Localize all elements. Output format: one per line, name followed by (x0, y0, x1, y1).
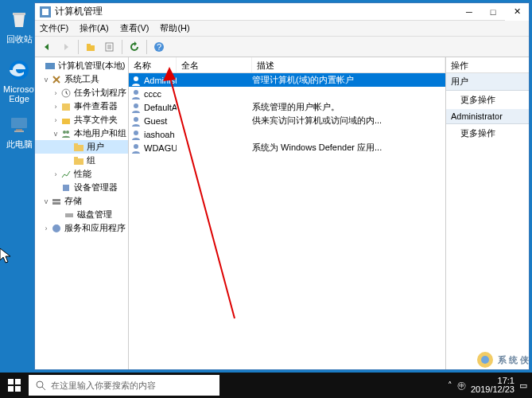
list-row[interactable]: DefaultAcc...系统管理的用户帐户。 (129, 100, 445, 114)
tree-perf[interactable]: 性能 (74, 168, 91, 180)
tree-storage[interactable]: 存储 (64, 195, 82, 207)
expand-icon[interactable]: › (51, 103, 60, 111)
menu-action[interactable]: 操作(A) (80, 22, 109, 34)
list-header[interactable]: 名称 全名 描述 (129, 57, 445, 73)
tree-services[interactable]: 服务和应用程序 (64, 222, 126, 234)
tree-localusers[interactable]: 本地用户和组 (74, 127, 126, 139)
tree-devmgr[interactable]: 设备管理器 (74, 181, 118, 193)
svg-rect-18 (74, 143, 78, 146)
list-row[interactable]: Guest供来宾访问计算机或访问域的内... (129, 114, 445, 127)
services-icon (51, 223, 62, 234)
list-body[interactable]: Administrat...管理计算机(域)的内置帐户ccccDefaultAc… (129, 73, 445, 369)
ctx-button[interactable] (101, 38, 118, 56)
computer-icon (45, 60, 56, 72)
taskbar-search[interactable]: 在这里输入你要搜索的内容 (29, 375, 219, 396)
tree-tasksched[interactable]: 任务计划程序 (74, 87, 126, 99)
svg-rect-1 (11, 118, 27, 128)
user-icon (130, 129, 142, 140)
back-button[interactable] (38, 38, 56, 56)
user-icon (130, 102, 142, 113)
expand-icon[interactable]: › (51, 89, 60, 97)
svg-rect-23 (52, 202, 60, 205)
tree-systools[interactable]: 系统工具 (64, 73, 99, 85)
event-icon (60, 101, 72, 112)
tree-root[interactable]: 计算机管理(本地) (58, 60, 125, 72)
help-button[interactable]: ? (150, 38, 168, 56)
search-icon (35, 380, 46, 391)
list-row[interactable]: iashoah (129, 127, 445, 141)
tray-notifications-icon[interactable]: ▭ (519, 380, 527, 391)
tools-icon (51, 74, 62, 85)
titlebar[interactable]: 计算机管理 ─ □ ✕ (35, 3, 529, 21)
svg-point-31 (134, 144, 138, 149)
svg-rect-5 (42, 9, 49, 15)
menu-help[interactable]: 帮助(H) (160, 22, 189, 34)
desktop-label: Microsoft Edge (3, 84, 35, 103)
desktop-label: 此电脑 (3, 139, 35, 150)
list-row[interactable]: Administrat...管理计算机(域)的内置帐户 (129, 73, 445, 87)
refresh-button[interactable] (126, 38, 143, 56)
start-button[interactable] (0, 373, 29, 398)
col-name[interactable]: 名称 (129, 57, 177, 72)
desktop-edge[interactable]: Microsoft Edge (3, 57, 35, 103)
taskbar[interactable]: 在这里输入你要搜索的内容 ˄ ㊥ 17:1 2019/12/23 ▭ (0, 373, 532, 398)
folder-icon (73, 155, 84, 166)
menu-view[interactable]: 查看(V) (120, 22, 150, 34)
col-fullname[interactable]: 全名 (177, 57, 252, 72)
svg-point-35 (481, 356, 489, 364)
list-row[interactable]: WDAGUtilit...系统为 Windows Defender 应用... (129, 141, 445, 154)
watermark-icon (476, 350, 495, 369)
close-button[interactable]: ✕ (505, 3, 529, 21)
tree-diskmgr[interactable]: 磁盘管理 (77, 209, 112, 220)
system-tray[interactable]: ˄ ㊥ 17:1 2019/12/23 ▭ (448, 377, 532, 394)
folder-icon (73, 142, 84, 153)
svg-point-28 (134, 103, 138, 108)
user-icon (130, 75, 142, 86)
clock-icon (60, 88, 72, 99)
expand-icon[interactable]: › (51, 170, 60, 178)
tray-date[interactable]: 2019/12/23 (471, 385, 515, 394)
svg-point-16 (66, 131, 69, 134)
forward-button[interactable] (57, 38, 75, 56)
up-button[interactable] (82, 38, 99, 56)
collapse-icon[interactable]: v (41, 76, 51, 84)
row-name: iashoah (144, 130, 175, 139)
nav-tree[interactable]: 计算机管理(本地) v系统工具 ›任务计划程序 ›事件查看器 ›共享文件夹 v本… (35, 57, 129, 369)
desktop-this-pc[interactable]: 此电脑 (3, 111, 35, 150)
tree-groups[interactable]: 组 (87, 154, 95, 166)
minimize-button[interactable]: ─ (457, 3, 481, 21)
row-name: Administrat... (144, 76, 177, 85)
svg-point-15 (63, 131, 66, 134)
disk-icon (64, 209, 75, 220)
expand-icon[interactable]: › (41, 224, 51, 232)
svg-line-41 (42, 387, 45, 390)
collapse-icon[interactable]: v (51, 130, 60, 138)
svg-point-30 (134, 131, 138, 135)
menubar: 文件(F) 操作(A) 查看(V) 帮助(H) (35, 21, 529, 37)
list-row[interactable]: cccc (129, 87, 445, 100)
user-list: 名称 全名 描述 Administrat...管理计算机(域)的内置帐户cccc… (129, 57, 446, 369)
collapse-icon[interactable]: v (41, 197, 51, 205)
tree-eventviewer[interactable]: 事件查看器 (74, 100, 118, 112)
tree-sharedfolders[interactable]: 共享文件夹 (74, 114, 118, 126)
menu-file[interactable]: 文件(F) (40, 22, 68, 34)
expand-icon[interactable]: › (51, 116, 60, 124)
maximize-button[interactable]: □ (481, 3, 505, 21)
tree-users[interactable]: 用户 (87, 141, 104, 153)
svg-rect-24 (65, 213, 73, 217)
tray-ime-icon[interactable]: ㊥ (457, 380, 466, 392)
row-desc: 系统为 Windows Defender 应用... (252, 142, 445, 154)
search-placeholder: 在这里输入你要搜索的内容 (51, 380, 156, 392)
storage-icon (51, 196, 62, 207)
actions-more-1[interactable]: 更多操作 (446, 91, 529, 109)
desktop-recycle-bin[interactable]: 回收站 (3, 6, 35, 45)
toolbar: ? (35, 37, 529, 57)
tray-chevron-icon[interactable]: ˄ (448, 380, 452, 391)
row-desc: 系统管理的用户帐户。 (252, 101, 445, 113)
col-desc[interactable]: 描述 (252, 57, 445, 72)
svg-point-40 (37, 381, 43, 388)
svg-rect-22 (52, 199, 60, 201)
window-title: 计算机管理 (55, 5, 457, 18)
actions-header: 操作 (446, 57, 529, 73)
actions-more-2[interactable]: 更多操作 (446, 124, 529, 142)
